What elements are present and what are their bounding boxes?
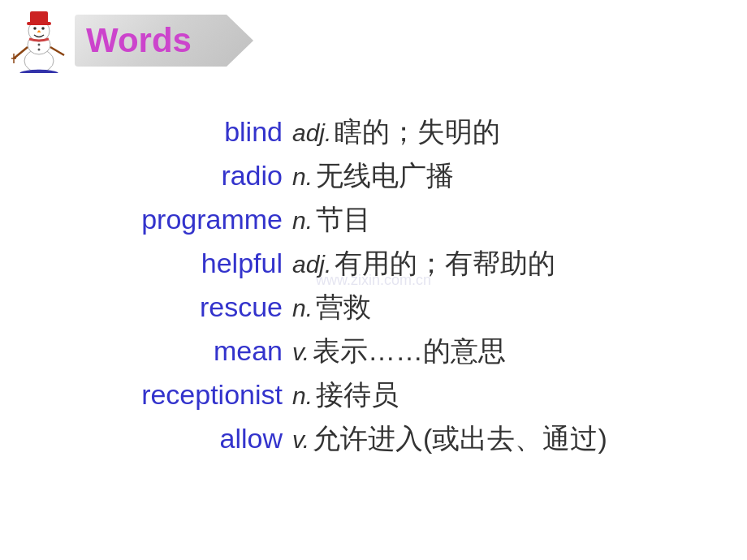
word-row: helpfuladj. 有用的；有帮助的: [32, 245, 715, 282]
svg-point-13: [38, 49, 41, 51]
words-list: blindadj. 瞎的；失明的radion. 无线电广播programmen.…: [0, 114, 747, 464]
word-pos: n.: [292, 295, 313, 322]
word-definition: 接待员: [316, 377, 399, 414]
word-row: receptionistn. 接待员: [32, 377, 715, 414]
word-definition: 允许进入(或出去、通过): [313, 420, 607, 458]
title-banner: Words: [75, 15, 253, 67]
word-row: allowv. 允许进入(或出去、通过): [32, 420, 715, 458]
svg-point-5: [33, 27, 37, 30]
word-definition: 营救: [316, 289, 371, 326]
word-row: blindadj. 瞎的；失明的: [32, 114, 715, 151]
svg-point-12: [38, 44, 41, 46]
word-pos: v.: [292, 426, 309, 454]
word-english: programme: [32, 204, 292, 235]
svg-point-6: [41, 27, 45, 30]
snowman-mascot: [10, 8, 68, 76]
word-pos: adj.: [292, 119, 331, 147]
word-english: radio: [32, 160, 292, 192]
word-row: radion. 无线电广播: [32, 157, 715, 195]
word-pos: v.: [292, 338, 309, 366]
word-english: blind: [32, 116, 292, 148]
word-english: mean: [32, 335, 292, 367]
word-definition: 有用的；有帮助的: [335, 245, 555, 282]
word-pos: n.: [292, 207, 313, 235]
svg-rect-4: [30, 11, 48, 24]
word-definition: 无线电广播: [316, 157, 454, 195]
page-title: Words: [86, 21, 192, 59]
word-english: receptionist: [32, 379, 292, 411]
word-pos: n.: [292, 163, 313, 191]
word-pos: n.: [292, 382, 313, 410]
word-definition: 表示……的意思: [313, 333, 506, 370]
word-english: helpful: [32, 248, 292, 279]
word-pos: adj.: [292, 251, 331, 278]
word-row: programmen. 节目: [32, 201, 715, 239]
word-english: rescue: [32, 291, 292, 323]
word-row: meanv. 表示……的意思: [32, 333, 715, 370]
word-english: allow: [32, 423, 292, 454]
svg-line-11: [50, 47, 64, 55]
word-definition: 瞎的；失明的: [335, 114, 500, 151]
word-row: rescuen. 营救: [32, 289, 715, 326]
word-definition: 节目: [316, 201, 371, 239]
